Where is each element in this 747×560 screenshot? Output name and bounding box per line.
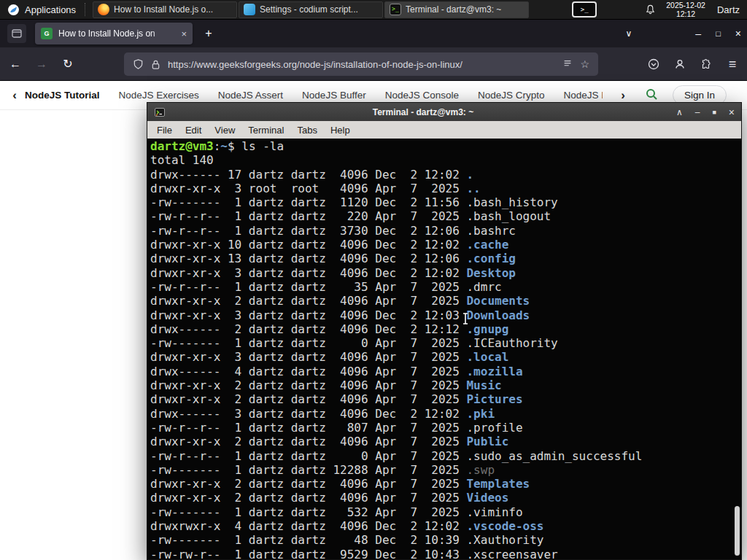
terminal-menu-item[interactable]: File (151, 123, 178, 137)
terminal-output-line: drwxr-xr-x 2 dartz dartz 4096 Apr 7 2025… (150, 294, 731, 308)
terminal-titlebar[interactable]: Terminal - dartz@vm3: ~ ∧ – ■ × (147, 103, 741, 121)
list-all-tabs-button[interactable]: ∨ (620, 25, 638, 42)
site-nav-links: NodeJS TutorialNodeJS ExercisesNodeJS As… (25, 90, 603, 101)
maximize-button[interactable]: □ (716, 25, 721, 42)
window-icon (98, 4, 109, 15)
prompt-path: ~ (220, 139, 228, 153)
lock-icon[interactable] (151, 59, 160, 70)
terminal-menu-item[interactable]: View (209, 123, 241, 137)
terminal-menu-item[interactable]: Terminal (242, 123, 290, 137)
site-nav-link[interactable]: NodeJS Tutorial (25, 90, 100, 101)
file-columns: drwxr-xr-x 10 dartz dartz 4096 Dec 2 12:… (150, 238, 466, 252)
file-name: .vscode-oss (466, 519, 543, 533)
site-nav-link[interactable]: NodeJS Exercises (119, 90, 199, 101)
file-columns: -rw------- 1 dartz dartz 48 Dec 2 10:39 (150, 533, 466, 547)
file-name: .cache (466, 238, 508, 252)
file-columns: drwxr-xr-x 2 dartz dartz 4096 Apr 7 2025 (150, 477, 466, 491)
site-nav-link[interactable]: NodeJS Console (385, 90, 459, 101)
notifications-bell-icon[interactable] (645, 4, 656, 15)
terminal-minimize-button[interactable]: – (695, 107, 700, 117)
terminal-menubar: FileEditViewTerminalTabsHelp (147, 121, 741, 139)
terminal-menu-item[interactable]: Tabs (291, 123, 322, 137)
file-columns: -rw------- 1 dartz dartz 12288 Apr 7 202… (150, 463, 466, 477)
terminal-output-line: drwx------ 4 dartz dartz 4096 Apr 7 2025… (150, 365, 731, 378)
url-text[interactable]: https://www.geeksforgeeks.org/node-js/in… (168, 59, 555, 70)
file-name: .profile (466, 421, 522, 435)
file-name: .pki (466, 407, 495, 421)
pocket-icon[interactable] (643, 54, 664, 74)
new-tab-button[interactable]: + (200, 25, 217, 42)
taskbar-handle[interactable] (85, 3, 89, 16)
tab-bar: How to Install Node.js on × + ∨ – □ × (0, 20, 747, 47)
terminal-output-line: drwxr-xr-x 3 root root 4096 Apr 7 2025 .… (150, 182, 731, 195)
nav-prev-icon[interactable]: ‹ (7, 88, 22, 103)
user-menu[interactable]: Dartz (717, 4, 740, 15)
file-name: Desktop (466, 266, 515, 280)
terminal-output-line: -rw------- 1 dartz dartz 12288 Apr 7 202… (150, 463, 731, 477)
terminal-menu-item[interactable]: Help (325, 123, 356, 137)
file-columns: drwxr-xr-x 3 dartz dartz 4096 Apr 7 2025 (150, 350, 466, 364)
terminal-output-line: drwxr-xr-x 2 dartz dartz 4096 Apr 7 2025… (150, 378, 731, 392)
nav-next-icon[interactable]: › (616, 88, 630, 103)
extensions-icon[interactable] (696, 54, 716, 74)
tab-close-icon[interactable]: × (181, 28, 187, 39)
file-columns: drwxr-xr-x 3 dartz dartz 4096 Dec 2 12:0… (150, 266, 466, 280)
applications-menu[interactable]: Applications (0, 0, 83, 19)
terminal-close-button[interactable]: × (729, 106, 735, 118)
file-name: Templates (466, 477, 530, 491)
shield-icon[interactable] (133, 58, 144, 70)
file-name: Videos (466, 491, 508, 505)
search-icon[interactable] (645, 88, 658, 104)
terminal-scrollbar[interactable] (732, 139, 741, 559)
window-title: Settings - codium script... (260, 4, 358, 15)
terminal-maximize-button[interactable]: ■ (712, 109, 716, 116)
url-bar[interactable]: https://www.geeksforgeeks.org/node-js/in… (124, 52, 598, 76)
file-columns: drwx------ 17 dartz dartz 4096 Dec 2 12:… (150, 168, 466, 182)
account-icon[interactable] (670, 54, 690, 74)
terminal-scrollbar-thumb[interactable] (735, 506, 740, 556)
bookmark-star-icon[interactable]: ☆ (580, 58, 589, 70)
clock[interactable]: 2025-12-02 12:12 (666, 1, 705, 18)
terminal-output-line: drwxr-xr-x 3 dartz dartz 4096 Dec 2 12:0… (150, 266, 731, 280)
terminal-menu-item[interactable]: Edit (179, 123, 207, 137)
file-name: .sudo_as_admin_successful (466, 449, 642, 463)
browser-window-controls: – □ × (695, 25, 741, 42)
terminal-output-line: -rw-r--r-- 1 dartz dartz 35 Apr 7 2025 .… (150, 280, 731, 294)
taskbar-window-button[interactable]: Settings - codium script... (239, 1, 383, 18)
reader-view-icon[interactable] (562, 59, 573, 69)
file-columns: drwx------ 4 dartz dartz 4096 Apr 7 2025 (150, 365, 466, 378)
file-columns: -rw------- 1 dartz dartz 532 Apr 7 2025 (150, 505, 466, 519)
file-columns: -rw-r--r-- 1 dartz dartz 0 Apr 7 2025 (150, 449, 466, 463)
prompt-dollar: $ (228, 139, 241, 153)
terminal-app-icon (154, 106, 166, 118)
site-nav-link[interactable]: NodeJS Buffer (302, 90, 366, 101)
file-name: .config (466, 252, 515, 265)
browser-tab[interactable]: How to Install Node.js on × (35, 23, 193, 44)
file-columns: drwxr-xr-x 2 dartz dartz 4096 Apr 7 2025 (150, 378, 466, 392)
firefox-view-icon (11, 28, 23, 39)
window-title: How to Install Node.js o... (114, 4, 213, 15)
site-nav-link[interactable]: NodeJS Assert (218, 90, 283, 101)
minimize-button[interactable]: – (695, 25, 701, 42)
taskbar-window-button[interactable]: Terminal - dartz@vm3: ~ (384, 1, 529, 18)
file-name: .xscreensaver (466, 548, 557, 559)
terminal-output-line: drwxr-xr-x 3 dartz dartz 4096 Apr 7 2025… (150, 350, 731, 364)
firefox-view-button[interactable] (7, 24, 26, 43)
shade-button[interactable]: ∧ (676, 107, 683, 117)
file-name: .bash_history (466, 195, 557, 209)
site-nav-link[interactable]: NodeJS Crypto (478, 90, 545, 101)
close-button[interactable]: × (735, 25, 741, 42)
tray-terminal-icon[interactable] (572, 1, 597, 18)
terminal-screen[interactable]: dartz@vm3:~$ ls -la total 140drwx------ … (147, 139, 741, 559)
terminal-output-line: -rw-r--r-- 1 dartz dartz 3730 Dec 2 12:0… (150, 224, 731, 238)
terminal-output-line: drwxr-xr-x 2 dartz dartz 4096 Apr 7 2025… (150, 491, 731, 505)
terminal-output-line: total 140 (150, 153, 731, 167)
forward-button[interactable]: → (31, 53, 53, 75)
back-button[interactable]: ← (4, 53, 26, 75)
applications-label: Applications (25, 4, 76, 15)
menu-icon[interactable]: ≡ (722, 54, 743, 74)
site-nav-link[interactable]: NodeJS DNS (564, 90, 603, 101)
reload-button[interactable]: ↻ (57, 53, 79, 75)
taskbar-window-button[interactable]: How to Install Node.js o... (93, 1, 237, 18)
file-columns: -rw-r--r-- 1 dartz dartz 35 Apr 7 2025 (150, 280, 466, 294)
